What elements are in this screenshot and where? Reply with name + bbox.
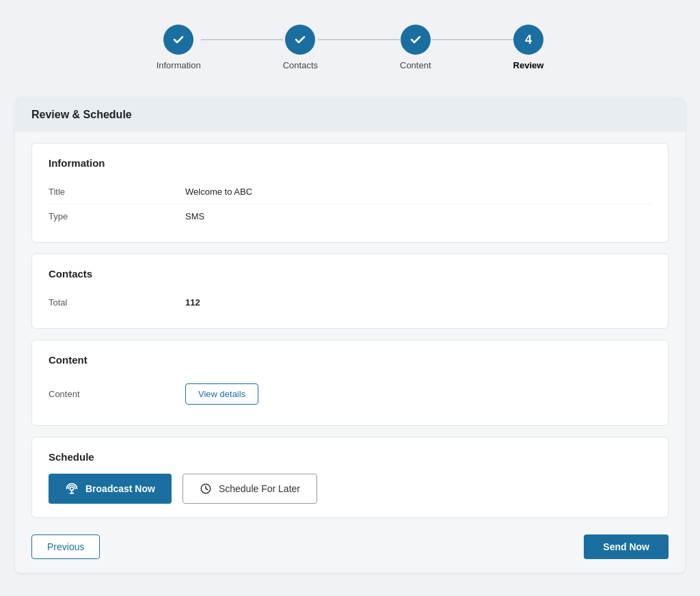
previous-button[interactable]: Previous (31, 534, 100, 559)
step-line-3 (431, 39, 513, 40)
section-content: Content Content View details (31, 340, 669, 426)
info-label-type: Type (49, 211, 185, 221)
info-label-total: Total (49, 297, 185, 308)
main-card: Review & Schedule Information Title Welc… (15, 98, 685, 573)
section-title-contacts: Contacts (49, 268, 651, 280)
step-content: Content (400, 25, 431, 70)
section-title-information: Information (49, 157, 651, 169)
schedule-later-button[interactable]: Schedule For Later (183, 474, 317, 504)
info-row-title: Title Welcome to ABC (49, 180, 651, 204)
step-circle-information (163, 25, 193, 55)
step-review: 4 Review (513, 25, 544, 70)
info-row-type: Type SMS (49, 204, 651, 228)
step-label-information: Information (157, 60, 201, 70)
stepper: Information Contacts Content 4 Review (15, 14, 685, 81)
step-line-2 (318, 39, 400, 40)
section-information: Information Title Welcome to ABC Type SM… (31, 143, 669, 243)
schedule-buttons: Broadcast Now Schedule For Later (49, 474, 651, 504)
step-label-contacts: Contacts (283, 60, 318, 70)
info-label-content: Content (49, 389, 185, 399)
info-row-content: Content View details (49, 377, 651, 411)
main-card-header: Review & Schedule (15, 98, 685, 132)
info-value-type: SMS (185, 211, 204, 221)
main-card-title: Review & Schedule (31, 109, 132, 120)
broadcast-now-button[interactable]: Broadcast Now (49, 474, 172, 504)
info-value-title: Welcome to ABC (185, 187, 252, 197)
step-circle-contacts (285, 25, 315, 55)
broadcast-icon (65, 482, 79, 496)
step-circle-review: 4 (513, 25, 543, 55)
info-row-total: Total 112 (49, 290, 651, 314)
schedule-later-label: Schedule For Later (219, 483, 300, 494)
footer-buttons: Previous Send Now (15, 529, 685, 559)
clock-icon (200, 483, 212, 495)
info-value-total: 112 (185, 297, 200, 308)
page-container: Information Contacts Content 4 Review (15, 14, 685, 573)
send-now-button[interactable]: Send Now (584, 534, 669, 559)
step-information: Information (157, 25, 201, 70)
step-label-content: Content (400, 60, 431, 70)
main-card-body: Information Title Welcome to ABC Type SM… (15, 132, 685, 529)
info-label-title: Title (49, 187, 185, 197)
section-title-schedule: Schedule (49, 451, 651, 463)
step-contacts: Contacts (283, 25, 318, 70)
section-schedule: Schedule Broadcast Now (31, 437, 669, 518)
step-line-1 (201, 39, 283, 40)
view-details-button[interactable]: View details (185, 383, 258, 405)
step-circle-content (401, 25, 431, 55)
section-title-content: Content (49, 354, 651, 366)
section-contacts: Contacts Total 112 (31, 254, 669, 329)
broadcast-now-label: Broadcast Now (85, 483, 155, 494)
step-label-review: Review (513, 60, 544, 70)
